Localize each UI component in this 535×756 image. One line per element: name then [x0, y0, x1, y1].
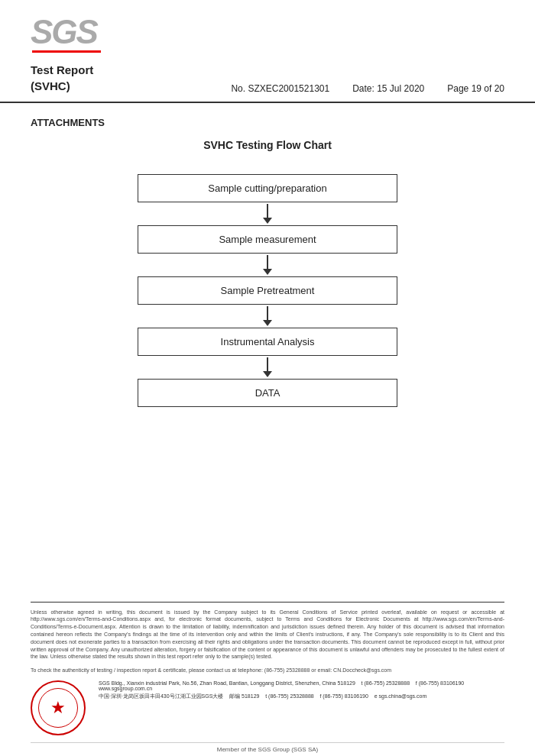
content-area: ATTACHMENTS SVHC Testing Flow Chart Samp…: [0, 103, 535, 415]
footer-bottom: ★ SGS Bldg., Xianxin industrial Park, No…: [31, 680, 504, 738]
page-wrapper: SGS Test Report (SVHC) No. SZXEC20015213…: [0, 0, 535, 756]
flow-step-1: Sample cutting/preparation: [138, 174, 397, 202]
header-info: Test Report (SVHC) No. SZXEC2001521301 D…: [31, 57, 504, 94]
header: SGS Test Report (SVHC) No. SZXEC20015213…: [0, 0, 535, 103]
chart-title: SVHC Testing Flow Chart: [31, 139, 504, 151]
flow-arrow-2: [263, 254, 272, 276]
report-date: Date: 15 Jul 2020: [352, 83, 424, 94]
flow-step-2: Sample measurement: [138, 225, 397, 254]
sgs-logo: SGS: [31, 15, 97, 49]
report-page: Page 19 of 20: [447, 83, 504, 94]
footer-certif: To check the authenticity of testing / i…: [31, 667, 504, 674]
header-meta: No. SZXEC2001521301 Date: 15 Jul 2020 Pa…: [231, 83, 504, 94]
flow-step-5: DATA: [138, 379, 397, 407]
stamp-star: ★: [50, 698, 66, 718]
footer: Unless otherwise agreed in writing, this…: [0, 594, 535, 756]
report-no: No. SZXEC2001521301: [231, 83, 329, 94]
logo-underline: [32, 50, 101, 53]
member-line: Member of the SGS Group (SGS SA): [31, 742, 504, 756]
flow-arrow-4: [263, 356, 272, 379]
stamp-circle: ★: [31, 680, 86, 735]
report-title: Test Report (SVHC): [31, 62, 93, 94]
footer-right: SGS Bldg., Xianxin industrial Park, No.5…: [99, 680, 504, 702]
flow-chart: Sample cutting/preparation Sample measur…: [122, 174, 413, 407]
footer-address-line1: SGS Bldg., Xianxin industrial Park, No.5…: [99, 680, 504, 691]
stamp-inner: ★: [38, 688, 78, 728]
footer-divider: [31, 602, 504, 603]
footer-disclaimer: Unless otherwise agreed in writing, this…: [31, 609, 504, 661]
flow-step-3: Sample Pretreatment: [138, 276, 397, 305]
flow-step-4: Instrumental Analysis: [138, 328, 397, 356]
logo-area: SGS: [31, 15, 504, 53]
flow-arrow-3: [263, 305, 272, 328]
attachments-title: ATTACHMENTS: [31, 117, 504, 128]
footer-address-line2: 中国·深圳·龙岗区坂田丰田430号江湖工业园SGS大楼 邮编 518129 t …: [99, 693, 504, 700]
stamp-area: ★: [31, 680, 88, 738]
logo-container: SGS: [31, 15, 101, 53]
flow-arrow-1: [263, 202, 272, 225]
